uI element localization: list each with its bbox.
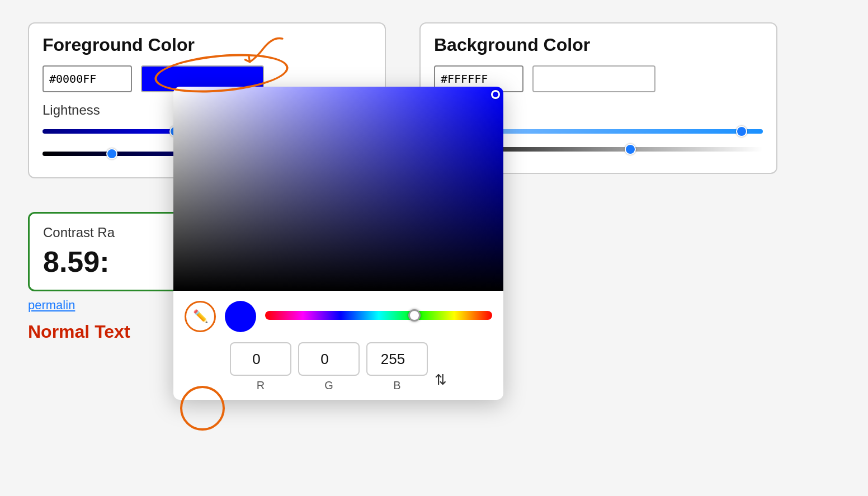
picker-controls: ✏️ <box>173 291 503 342</box>
eyedropper-button[interactable]: ✏️ <box>185 301 216 332</box>
hue-slider[interactable] <box>265 311 492 320</box>
eyedropper-icon: ✏️ <box>193 309 208 324</box>
blue-label: B <box>393 379 400 392</box>
hue-slider-container <box>265 311 492 322</box>
foreground-hex-input[interactable] <box>43 65 132 92</box>
green-label: G <box>324 379 333 392</box>
color-gradient-area[interactable] <box>173 87 503 291</box>
rgb-inputs-row: R G B ⇅ <box>173 342 503 400</box>
green-field: G <box>298 342 360 392</box>
background-title: Background Color <box>434 35 763 55</box>
color-picker-popup: ✏️ R G B ⇅ <box>173 87 503 400</box>
current-color-circle <box>225 301 256 332</box>
gradient-thumb[interactable] <box>491 90 500 99</box>
rgb-mode-toggle[interactable]: ⇅ <box>435 371 447 392</box>
contrast-ratio-label: Contrast Ra <box>43 225 192 240</box>
contrast-ratio-value: 8.59: <box>43 245 192 278</box>
green-input[interactable] <box>298 342 360 376</box>
blue-input[interactable] <box>366 342 428 376</box>
red-label: R <box>257 379 265 392</box>
red-field: R <box>230 342 291 392</box>
foreground-title: Foreground Color <box>43 35 371 55</box>
background-color-swatch[interactable] <box>532 65 655 92</box>
blue-field: B <box>366 342 428 392</box>
red-input[interactable] <box>230 342 291 376</box>
